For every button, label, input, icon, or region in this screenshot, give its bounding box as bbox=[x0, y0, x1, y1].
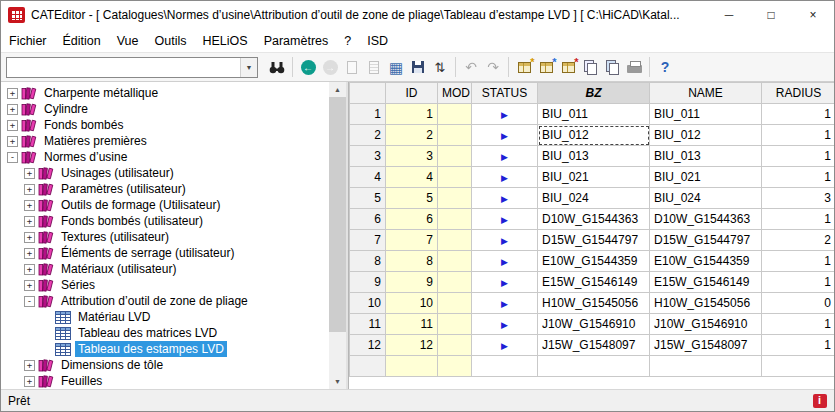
tree-item-normes-d-usine[interactable]: -Normes d’usine bbox=[1, 149, 329, 165]
copy-icon[interactable] bbox=[579, 56, 601, 78]
cell-mod[interactable] bbox=[438, 125, 472, 146]
cell-bz[interactable]: E15W_G1546149 bbox=[538, 272, 650, 293]
cell-name[interactable]: E10W_G1544359 bbox=[650, 251, 762, 272]
cell-radius[interactable]: 1 bbox=[762, 251, 835, 272]
delete-table-icon[interactable]: * bbox=[557, 56, 579, 78]
row-number[interactable]: 2 bbox=[350, 125, 386, 146]
cell-status[interactable]: ▶ bbox=[472, 314, 538, 335]
cell-status[interactable]: ▶ bbox=[472, 230, 538, 251]
cell-id[interactable]: 11 bbox=[386, 314, 438, 335]
row-number[interactable]: 12 bbox=[350, 335, 386, 356]
cell-mod[interactable] bbox=[438, 188, 472, 209]
cell-bz[interactable]: BIU_024 bbox=[538, 188, 650, 209]
cell-name[interactable]: J15W_G1548097 bbox=[650, 335, 762, 356]
expand-icon[interactable]: + bbox=[24, 264, 35, 275]
tree-item-mat-riaux-utilisateur[interactable]: +Matériaux (utilisateur) bbox=[1, 261, 329, 277]
cell-mod[interactable] bbox=[438, 104, 472, 125]
tree-item-outils-de-formage-utilisateur[interactable]: +Outils de formage (Utilisateur) bbox=[1, 197, 329, 213]
expand-icon[interactable]: + bbox=[7, 104, 18, 115]
column-header-radius[interactable]: RADIUS bbox=[762, 83, 835, 104]
cell-name[interactable]: BIU_024 bbox=[650, 188, 762, 209]
new-table-icon[interactable]: * bbox=[513, 56, 535, 78]
menu-isd[interactable]: ISD bbox=[359, 29, 396, 52]
column-header-id[interactable]: ID bbox=[386, 83, 438, 104]
back-icon[interactable]: ← bbox=[297, 56, 319, 78]
row-number[interactable]: 3 bbox=[350, 146, 386, 167]
cell-radius[interactable]: 1 bbox=[762, 146, 835, 167]
menu-dition[interactable]: Édition bbox=[55, 29, 109, 52]
expand-icon[interactable]: + bbox=[24, 184, 35, 195]
cell-radius[interactable]: 1 bbox=[762, 272, 835, 293]
tree-item-textures-utilisateur[interactable]: +Textures (utilisateur) bbox=[1, 229, 329, 245]
cell-status[interactable]: ▶ bbox=[472, 146, 538, 167]
cell-id[interactable]: 12 bbox=[386, 335, 438, 356]
row-number[interactable]: 7 bbox=[350, 230, 386, 251]
cell-name[interactable]: E15W_G1546149 bbox=[650, 272, 762, 293]
document-preview-icon[interactable] bbox=[363, 56, 385, 78]
cell-radius[interactable]: 1 bbox=[762, 335, 835, 356]
maximize-icon[interactable]: □ bbox=[750, 1, 792, 29]
row-number[interactable]: 9 bbox=[350, 272, 386, 293]
expand-icon[interactable]: + bbox=[24, 376, 35, 387]
cell-radius[interactable]: 1 bbox=[762, 209, 835, 230]
cell-mod[interactable] bbox=[438, 209, 472, 230]
expand-icon[interactable]: + bbox=[24, 216, 35, 227]
copy-table-icon[interactable]: * bbox=[535, 56, 557, 78]
cell-radius[interactable]: 0 bbox=[762, 293, 835, 314]
cell-mod[interactable] bbox=[438, 167, 472, 188]
cell-status[interactable] bbox=[472, 356, 538, 377]
cell-radius[interactable]: 3 bbox=[762, 188, 835, 209]
cell-status[interactable]: ▶ bbox=[472, 335, 538, 356]
new-document-icon[interactable] bbox=[341, 56, 363, 78]
cell-bz[interactable]: E10W_G1544359 bbox=[538, 251, 650, 272]
cell-id[interactable]: 3 bbox=[386, 146, 438, 167]
tree-item-feuilles[interactable]: +Feuilles bbox=[1, 373, 329, 389]
row-number[interactable]: 6 bbox=[350, 209, 386, 230]
row-number[interactable]: 4 bbox=[350, 167, 386, 188]
cell-status[interactable]: ▶ bbox=[472, 209, 538, 230]
close-icon[interactable]: × bbox=[792, 1, 834, 29]
cell-name[interactable]: BIU_011 bbox=[650, 104, 762, 125]
scrollbar-thumb[interactable] bbox=[329, 97, 346, 332]
cell-radius[interactable]: 2 bbox=[762, 230, 835, 251]
expand-icon[interactable]: + bbox=[7, 88, 18, 99]
row-number[interactable]: 8 bbox=[350, 251, 386, 272]
cell-status[interactable]: ▶ bbox=[472, 104, 538, 125]
sort-icon[interactable]: ⇅ bbox=[429, 56, 451, 78]
minimize-icon[interactable]: ─ bbox=[708, 1, 750, 29]
cell-id[interactable]: 6 bbox=[386, 209, 438, 230]
cell-radius[interactable]: 1 bbox=[762, 125, 835, 146]
column-header-status[interactable]: STATUS bbox=[472, 83, 538, 104]
cell-name[interactable] bbox=[650, 356, 762, 377]
scroll-down-icon[interactable]: ▼ bbox=[329, 374, 346, 389]
expand-icon[interactable]: + bbox=[24, 360, 35, 371]
cell-radius[interactable]: 1 bbox=[762, 314, 835, 335]
expand-icon[interactable]: + bbox=[24, 280, 35, 291]
cell-id[interactable]: 7 bbox=[386, 230, 438, 251]
cell-name[interactable]: J10W_G1546910 bbox=[650, 314, 762, 335]
menu-fichier[interactable]: Fichier bbox=[1, 29, 55, 52]
expand-icon[interactable]: + bbox=[7, 120, 18, 131]
expand-icon[interactable]: + bbox=[24, 200, 35, 211]
cell-status[interactable]: ▶ bbox=[472, 272, 538, 293]
cell-mod[interactable] bbox=[438, 293, 472, 314]
expand-icon[interactable]: + bbox=[24, 248, 35, 259]
tree-item-tableau-des-estampes-lvd[interactable]: Tableau des estampes LVD bbox=[1, 341, 329, 357]
table-description-icon[interactable]: ▦ bbox=[385, 56, 407, 78]
tree-item-param-tres-utilisateur[interactable]: +Paramètres (utilisateur) bbox=[1, 181, 329, 197]
cell-status[interactable]: ▶ bbox=[472, 188, 538, 209]
row-number[interactable]: 10 bbox=[350, 293, 386, 314]
cell-status[interactable]: ▶ bbox=[472, 251, 538, 272]
cell-mod[interactable] bbox=[438, 251, 472, 272]
cell-id[interactable]: 2 bbox=[386, 125, 438, 146]
combo-dropdown-icon[interactable]: ▼ bbox=[240, 58, 257, 77]
redo-icon[interactable]: ↷ bbox=[482, 56, 504, 78]
row-number[interactable]: 11 bbox=[350, 314, 386, 335]
cell-bz[interactable]: BIU_013 bbox=[538, 146, 650, 167]
cell-bz[interactable]: D15W_G1544797 bbox=[538, 230, 650, 251]
search-combobox[interactable]: ▼ bbox=[6, 57, 258, 78]
cell-name[interactable]: D10W_G1544363 bbox=[650, 209, 762, 230]
tree-item-cylindre[interactable]: +Cylindre bbox=[1, 101, 329, 117]
cell-bz[interactable]: J15W_G1548097 bbox=[538, 335, 650, 356]
paste-icon[interactable] bbox=[601, 56, 623, 78]
